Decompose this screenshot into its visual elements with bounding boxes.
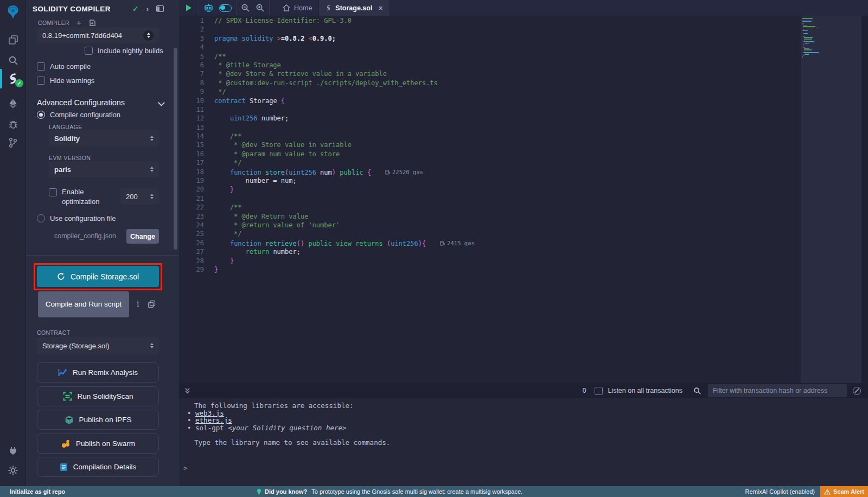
code-line[interactable]: 15 * @dev Store value in variable: [179, 141, 801, 149]
terminal-line: • ethers.js: [187, 417, 390, 424]
code-line[interactable]: 23 * @dev Return value: [179, 212, 801, 221]
code-line[interactable]: 26 function retrieve() public view retur…: [179, 239, 801, 247]
code-line[interactable]: 4: [179, 43, 801, 52]
terminal-output: The following libraries are accessible:•…: [179, 398, 868, 486]
code-line[interactable]: 22 /**: [179, 203, 801, 212]
action-compilation-details[interactable]: Compilation Details: [37, 457, 159, 477]
solidity-compiler-icon[interactable]: ✓: [0, 69, 26, 88]
listen-transactions-checkbox[interactable]: [595, 387, 603, 395]
change-config-button[interactable]: Change: [126, 229, 159, 244]
tab-home[interactable]: Home: [276, 0, 318, 16]
scan-icon: [63, 392, 72, 401]
line-content: function retrieve() public view returns …: [204, 239, 475, 247]
tab-storage-sol[interactable]: Storage.sol ×: [318, 0, 390, 16]
compile-button[interactable]: Compile Storage.sol: [37, 266, 159, 287]
code-line[interactable]: 29}: [179, 265, 801, 274]
compile-and-run-button[interactable]: Compile and Run script: [38, 291, 129, 317]
settings-gear-icon[interactable]: [0, 461, 26, 480]
code-line[interactable]: 8 * @custom:dev-run-script ./scripts/dep…: [179, 79, 801, 87]
compiler-version-select[interactable]: 0.8.19+commit.7dd6d404: [37, 27, 159, 43]
run-script-play-icon[interactable]: [185, 4, 193, 12]
transaction-filter-input[interactable]: [708, 384, 847, 397]
code-line[interactable]: 3pragma solidity >=0.8.2 <0.9.0;: [179, 34, 801, 43]
zoom-in-icon[interactable]: [256, 3, 265, 12]
code-line[interactable]: 1// SPDX-License-Identifier: GPL-3.0: [179, 16, 801, 25]
line-content: */: [204, 87, 226, 96]
code-line[interactable]: 21: [179, 194, 801, 203]
debugger-icon[interactable]: [0, 115, 26, 133]
code-line[interactable]: 10contract Storage {: [179, 97, 801, 105]
evm-version-select[interactable]: paris: [49, 161, 159, 177]
language-select[interactable]: Solidity: [49, 130, 159, 146]
action-run-solidityscan[interactable]: Run SolidityScan: [37, 386, 159, 406]
line-content: uint256 number;: [204, 114, 289, 123]
contract-select[interactable]: Storage (Storage.sol): [37, 337, 159, 354]
code-line[interactable]: 20 }: [179, 185, 801, 194]
code-line[interactable]: 28 }: [179, 257, 801, 265]
code-line[interactable]: 13: [179, 123, 801, 132]
terminal-search-icon[interactable]: [693, 387, 701, 395]
stepper-icon: [150, 167, 154, 173]
expand-terminal-icon[interactable]: [184, 387, 191, 394]
enable-optimization-checkbox[interactable]: [49, 188, 57, 196]
use-configuration-file-radio[interactable]: [37, 214, 45, 222]
copy-icon[interactable]: [148, 300, 156, 308]
file-explorer-icon[interactable]: [0, 30, 26, 49]
code-line[interactable]: 11: [179, 105, 801, 114]
line-number: 17: [179, 158, 204, 167]
line-content: */: [204, 230, 242, 238]
copilot-toggle[interactable]: [219, 4, 232, 12]
search-icon[interactable]: [0, 51, 26, 69]
code-line[interactable]: 14 /**: [179, 132, 801, 141]
git-icon[interactable]: [0, 133, 26, 152]
library-link[interactable]: ethers.js: [195, 416, 232, 424]
code-line[interactable]: 12 uint256 number;: [179, 114, 801, 123]
code-line[interactable]: 17 */: [179, 158, 801, 167]
info-icon[interactable]: i: [137, 300, 139, 308]
code-line[interactable]: 24 * @return value of 'number': [179, 221, 801, 230]
line-content: * @param num value to store: [204, 150, 340, 158]
optimization-runs-input[interactable]: 200: [120, 188, 159, 205]
auto-compile-checkbox[interactable]: [37, 62, 45, 71]
code-line[interactable]: 9 */: [179, 87, 801, 96]
hide-warnings-checkbox[interactable]: [37, 77, 45, 85]
scam-alert-button[interactable]: Scam Alert: [820, 486, 868, 497]
code-line[interactable]: 7 * @dev Store & retrieve value in a var…: [179, 69, 801, 78]
code-line[interactable]: 6 * @title Storage: [179, 61, 801, 69]
code-line[interactable]: 19 number = num;: [179, 176, 801, 185]
advanced-configurations-toggle[interactable]: Advanced Configurations: [37, 98, 164, 107]
nightly-builds-checkbox[interactable]: [85, 47, 93, 55]
listen-transactions-label: Listen on all transactions: [608, 387, 682, 394]
line-content: /**: [204, 132, 242, 141]
chevron-right-icon[interactable]: ›: [146, 5, 149, 13]
terminal-prompt[interactable]: >: [183, 464, 188, 472]
ai-copilot-robot-icon[interactable]: [203, 3, 214, 12]
compiler-configuration-radio[interactable]: [37, 111, 45, 119]
remix-logo-icon[interactable]: [0, 2, 26, 22]
panel-header: SOLIDITY COMPILER ✓ ›: [26, 0, 179, 17]
code-line[interactable]: 16 * @param num value to store: [179, 150, 801, 158]
code-line[interactable]: 18 function store(uint256 num) public {2…: [179, 168, 801, 176]
init-git-repo-button[interactable]: Initialize as git repo: [10, 486, 65, 497]
action-label: Run Remix Analysis: [73, 368, 138, 377]
code-line[interactable]: 25 */: [179, 230, 801, 238]
add-compiler-icon[interactable]: +: [76, 18, 81, 27]
code-line[interactable]: 5/**: [179, 52, 801, 61]
code-editor[interactable]: 1// SPDX-License-Identifier: GPL-3.023pr…: [179, 16, 801, 383]
zoom-out-icon[interactable]: [241, 3, 250, 12]
close-tab-icon[interactable]: ×: [378, 4, 382, 12]
action-publish-on-ipfs[interactable]: Publish on IPFS: [37, 410, 159, 430]
clear-console-icon[interactable]: [853, 387, 861, 395]
chevron-down-icon: [158, 99, 165, 106]
code-line[interactable]: 27 return number;: [179, 247, 801, 256]
panel-scrollbar[interactable]: [174, 48, 177, 250]
import-compiler-icon[interactable]: [88, 19, 96, 27]
minimap-strip[interactable]: [801, 16, 861, 383]
action-run-remix-analysis[interactable]: Run Remix Analysis: [37, 362, 159, 383]
code-line[interactable]: 2: [179, 25, 801, 34]
pin-panel-icon[interactable]: [156, 5, 164, 12]
compiler-configuration-row: Compiler configuration: [37, 111, 120, 119]
deploy-run-icon[interactable]: [0, 94, 26, 113]
plugin-manager-icon[interactable]: [0, 441, 26, 460]
action-publish-on-swarm[interactable]: Publish on Swarm: [37, 434, 159, 454]
